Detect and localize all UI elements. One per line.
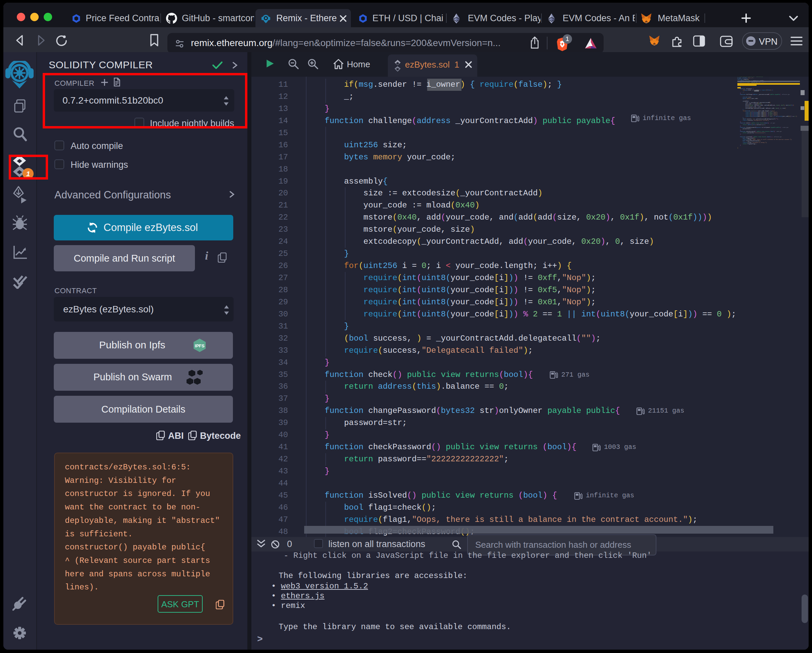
- svg-text:IPFS: IPFS: [195, 343, 205, 349]
